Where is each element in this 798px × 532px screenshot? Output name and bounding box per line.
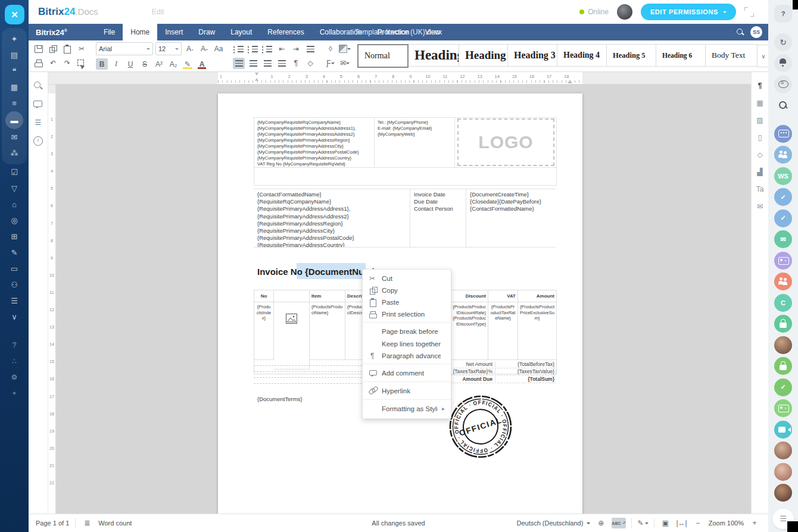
highlight-color-button[interactable]: ✎ [182, 58, 194, 70]
current-user-avatar[interactable] [617, 4, 632, 20]
close-messenger-button[interactable]: ✕ [5, 5, 24, 24]
chat-panel-button[interactable] [774, 76, 792, 93]
sidebar-item-docs[interactable]: ≡ [6, 95, 23, 111]
sidebar-item-sales[interactable]: ▽ [6, 180, 23, 196]
document-language-select[interactable]: Deutsch (Deutschland) [516, 520, 590, 527]
font-color-button[interactable]: A [196, 58, 208, 70]
style-heading-4[interactable]: Heading 4 [557, 44, 607, 67]
search-button[interactable] [774, 96, 792, 114]
style-heading-6[interactable]: Heading 6 [656, 44, 706, 67]
multilevel-list-icon[interactable] [261, 43, 273, 55]
menu-tab-insert[interactable]: Insert [157, 24, 191, 40]
underline-button[interactable]: U [124, 58, 136, 70]
undo-icon[interactable]: ↶ [47, 58, 59, 69]
zoom-in-button[interactable]: + [749, 518, 760, 528]
mailmerge-settings-icon[interactable]: ✉ [755, 201, 765, 212]
sidebar-item-company[interactable]: ⌂ [6, 196, 23, 212]
cut-icon[interactable]: ✂ [76, 43, 88, 55]
strikethrough-button[interactable]: S [139, 58, 151, 70]
sidebar-item-stream[interactable]: ✦ [6, 31, 23, 47]
bold-button[interactable]: B [96, 58, 108, 70]
paste-icon[interactable] [61, 43, 73, 55]
sidebar-item-calendar[interactable]: ▦ [6, 79, 23, 95]
style-body-text[interactable]: Body Text [705, 44, 758, 67]
logo-placeholder[interactable]: LOGO [457, 118, 554, 166]
chart-settings-icon[interactable]: ▟ [755, 167, 765, 177]
copy-icon[interactable] [47, 43, 59, 55]
style-heading-3[interactable]: Heading 3 [507, 44, 557, 67]
justify-icon[interactable] [276, 58, 288, 69]
track-changes-icon[interactable]: ✎ [637, 518, 649, 528]
sidebar-item-help[interactable]: ? [6, 337, 23, 353]
company-info-table[interactable]: {MyCompanyRequisiteRqCompanyName}{MyComp… [254, 117, 557, 186]
sidebar-item-settings[interactable]: ⚙ [6, 369, 23, 385]
contact-chat-button-2[interactable] [774, 399, 792, 417]
history-button[interactable] [774, 33, 792, 51]
sidebar-item-add[interactable]: + [6, 385, 23, 401]
menu-tab-file[interactable]: File [96, 24, 123, 40]
menu-tab-home[interactable]: Home [123, 24, 157, 40]
line-spacing-icon[interactable] [304, 43, 316, 55]
sidebar-item-crm[interactable]: ⁂ [6, 145, 23, 161]
client-info-table[interactable]: {ContactFormattedName}{RequisiteRqCompan… [254, 189, 556, 248]
user-initials-badge[interactable]: SS [750, 26, 762, 38]
font-name-select[interactable]: Arial [96, 42, 153, 55]
bullet-list-icon[interactable] [233, 43, 245, 55]
menu-tab-layout[interactable]: Layout [223, 24, 260, 40]
notifications-button[interactable] [774, 54, 792, 72]
task-chat-button-3[interactable]: ✓ [774, 378, 792, 396]
context-item-formatting-as-style[interactable]: Formatting as Style ▸ [363, 399, 451, 415]
copy-style-icon[interactable]: Ƒ [325, 58, 336, 69]
company-address-cell[interactable]: {MyCompanyRequisiteRqCompanyName}{MyComp… [254, 118, 375, 167]
change-case-icon[interactable]: Aa [213, 43, 225, 55]
logo-cell[interactable]: LOGO [455, 118, 556, 167]
increase-indent-icon[interactable]: ⇥ [290, 43, 302, 55]
textart-settings-icon[interactable]: Ta [755, 184, 765, 195]
subscript-button[interactable]: A₂ [167, 58, 179, 70]
context-item-page-break-before[interactable]: Page break before [363, 322, 451, 338]
context-item-cut[interactable]: Cut [363, 273, 451, 284]
clear-style-icon[interactable]: ◊ [325, 43, 336, 55]
video-call-button[interactable] [774, 421, 792, 439]
menu-tab-view[interactable]: View [417, 24, 448, 40]
menu-tab-collaboration[interactable]: Collaboration [312, 24, 370, 40]
shape-settings-icon[interactable]: ◇ [755, 149, 765, 160]
search-icon[interactable] [736, 28, 744, 36]
vertical-ruler[interactable]: 12345678910111213141516171819202122 [48, 85, 56, 514]
word-count-label[interactable]: Word count [98, 520, 132, 527]
sidebar-item-drive[interactable]: ▬ [5, 111, 23, 129]
invoice-meta-values-cell[interactable]: {DocumentCreateTime}{Closedate}{DatePayB… [466, 189, 556, 247]
sidebar-item-automation[interactable]: ⚇ [6, 277, 23, 293]
mailmerge-icon[interactable]: ✉ [339, 58, 351, 69]
table-settings-icon[interactable]: ▦ [755, 98, 765, 108]
comments-icon[interactable] [33, 99, 43, 109]
style-heading-2[interactable]: Heading 2 [459, 44, 508, 67]
superscript-button[interactable]: A² [153, 58, 165, 70]
style-heading-5[interactable]: Heading 5 [606, 44, 656, 67]
group-chat-button[interactable] [774, 125, 792, 143]
client-address-cell[interactable]: {ContactFormattedName}{RequisiteRqCompan… [254, 189, 410, 247]
increase-font-icon[interactable]: A˖ [184, 43, 196, 55]
task-chat-button[interactable]: ✓ [774, 188, 792, 206]
image-settings-icon[interactable]: ▨ [755, 115, 765, 126]
sidebar-item-structure[interactable]: ∴ [6, 353, 23, 369]
context-item-hyperlink[interactable]: Hyperlink [363, 381, 451, 398]
word-count-icon[interactable]: ≣ [82, 518, 92, 528]
sidebar-item-mail[interactable]: ✉ [6, 129, 23, 145]
menu-tab-draw[interactable]: Draw [191, 24, 223, 40]
sidebar-item-feed[interactable]: ▤ [6, 47, 23, 63]
header-footer-settings-icon[interactable]: ▯ [755, 132, 765, 143]
shading-icon[interactable] [339, 43, 351, 55]
context-item-print-selection[interactable]: Print selection [363, 308, 451, 320]
fit-width-icon[interactable]: |↔| [676, 518, 687, 528]
document-terms-field[interactable]: {DocumentTerms} [257, 396, 303, 402]
fullscreen-icon[interactable] [744, 7, 754, 17]
decrease-font-icon[interactable]: A˗ [198, 43, 210, 55]
user-avatar-3[interactable] [774, 463, 792, 481]
style-heading-1[interactable]: Heading 1 [408, 44, 459, 67]
sidebar-item-marketing[interactable]: ◎ [6, 212, 23, 229]
workspace-ws-button[interactable]: WS [774, 167, 792, 185]
menu-tab-protection[interactable]: Protection [369, 24, 417, 40]
paragraph-settings-icon[interactable]: ¶ [755, 80, 765, 91]
sidebar-item-messenger[interactable]: ❝ [6, 63, 23, 79]
